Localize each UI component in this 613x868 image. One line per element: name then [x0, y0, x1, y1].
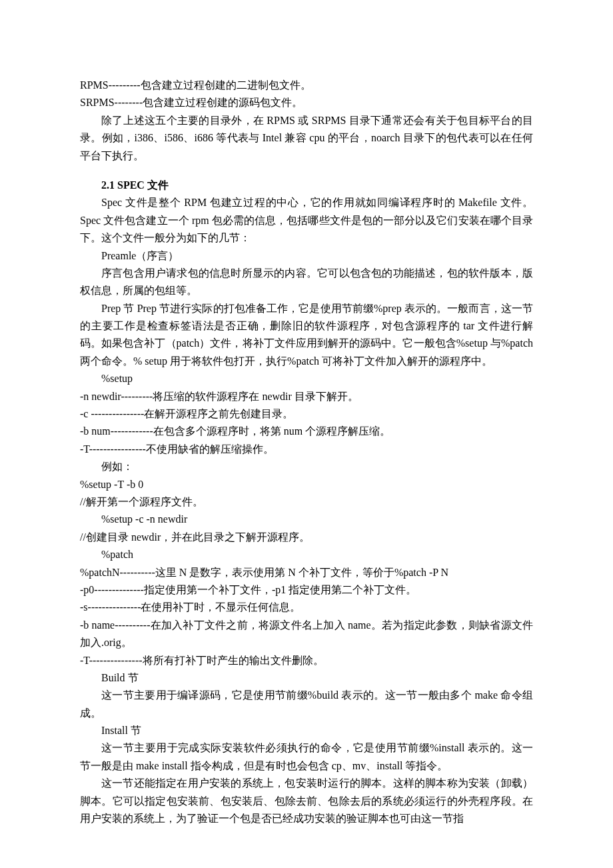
text-paragraph: 这一节主要用于完成实际安装软件必须执行的命令，它是使用节前缀%install 表… — [80, 739, 533, 775]
text-paragraph: 这一节还能指定在用户安装的系统上，包安装时运行的脚本。这样的脚本称为安装（卸载）… — [80, 775, 533, 827]
text-line: %setup -c -n newdir — [80, 511, 533, 528]
text-line: Preamle（序言） — [80, 247, 533, 265]
text-paragraph: Spec 文件是整个 RPM 包建立过程的中心，它的作用就如同编译程序时的 Ma… — [80, 194, 533, 247]
text-paragraph: -b name----------在加入补丁文件之前，将源文件名上加入 name… — [80, 617, 533, 652]
text-line: Install 节 — [80, 722, 533, 739]
text-line: Build 节 — [80, 669, 533, 687]
text-line: -s---------------在使用补丁时，不显示任何信息。 — [80, 599, 533, 616]
document-page: RPMS---------包含建立过程创建的二进制包文件。 SRPMS-----… — [0, 0, 613, 868]
text-line: %setup -T -b 0 — [80, 476, 533, 493]
text-line: -n newdir---------将压缩的软件源程序在 newdir 目录下解… — [80, 388, 533, 405]
text-line: SRPMS--------包含建立过程创建的源码包文件。 — [80, 94, 533, 111]
text-line: -p0--------------指定使用第一个补丁文件，-p1 指定使用第二个… — [80, 581, 533, 599]
text-paragraph: 这一节主要用于编译源码，它是使用节前缀%build 表示的。这一节一般由多个 m… — [80, 687, 533, 722]
text-line: 例如： — [80, 458, 533, 475]
text-line: %setup — [80, 370, 533, 387]
text-line: //创建目录 newdir，并在此目录之下解开源程序。 — [80, 529, 533, 546]
text-line: %patchN----------这里 N 是数字，表示使用第 N 个补丁文件，… — [80, 564, 533, 581]
text-line: -T---------------将所有打补丁时产生的输出文件删除。 — [80, 652, 533, 669]
text-line: -c ---------------在解开源程序之前先创建目录。 — [80, 405, 533, 423]
text-line: -T----------------不使用缺省的解压缩操作。 — [80, 441, 533, 458]
section-heading-spec: 2.1 SPEC 文件 — [80, 177, 533, 194]
text-paragraph: 除了上述这五个主要的目录外，在 RPMS 或 SRPMS 目录下通常还会有关于包… — [80, 112, 533, 165]
text-line: //解开第一个源程序文件。 — [80, 493, 533, 511]
text-line: RPMS---------包含建立过程创建的二进制包文件。 — [80, 77, 533, 94]
text-line: %patch — [80, 546, 533, 563]
text-paragraph: 序言包含用户请求包的信息时所显示的内容。它可以包含包的功能描述，包的软件版本，版… — [80, 265, 533, 300]
text-line: -b num------------在包含多个源程序时，将第 num 个源程序解… — [80, 423, 533, 440]
text-paragraph: Prep 节 Prep 节进行实际的打包准备工作，它是使用节前缀%prep 表示… — [80, 300, 533, 371]
